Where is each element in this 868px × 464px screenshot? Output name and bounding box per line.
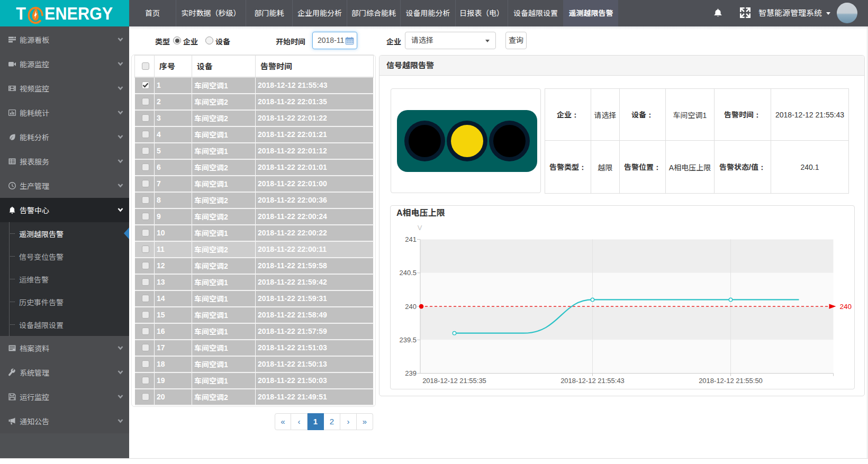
svg-text:239: 239 bbox=[405, 369, 417, 377]
svg-text:240: 240 bbox=[840, 303, 852, 311]
svg-text:A相电压上限: A相电压上限 bbox=[396, 208, 445, 217]
svg-text:239.5: 239.5 bbox=[399, 336, 417, 344]
svg-text:2018-12-12 21:55:50: 2018-12-12 21:55:50 bbox=[699, 377, 763, 385]
svg-text:V: V bbox=[418, 224, 422, 232]
svg-text:240: 240 bbox=[405, 303, 417, 311]
svg-text:240.5: 240.5 bbox=[399, 269, 417, 277]
svg-text:241: 241 bbox=[405, 235, 417, 243]
svg-text:2018-12-12 21:55:35: 2018-12-12 21:55:35 bbox=[422, 377, 486, 385]
svg-text:2018-12-12 21:55:43: 2018-12-12 21:55:43 bbox=[560, 377, 625, 385]
